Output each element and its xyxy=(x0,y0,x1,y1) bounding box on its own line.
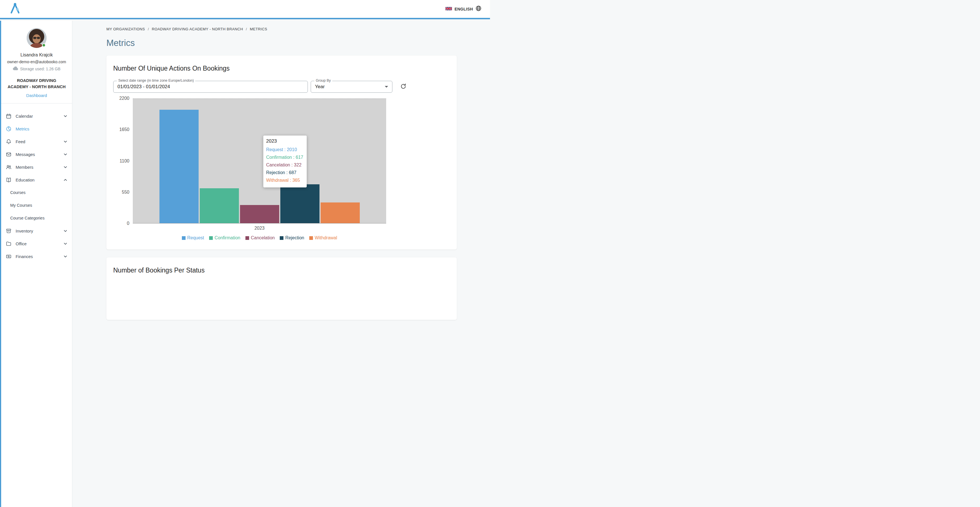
x-axis-label: 2023 xyxy=(133,226,386,231)
y-axis-tick: 1650 xyxy=(119,127,129,132)
tooltip-title: 2023 xyxy=(266,138,304,144)
box-icon xyxy=(6,228,12,234)
legend-label: Withdrawal xyxy=(315,235,337,240)
group-by-label: Group By xyxy=(314,79,332,83)
sidebar-item-office[interactable]: Office xyxy=(1,237,72,250)
sidebar-item-label: Calendar xyxy=(16,114,63,119)
sidebar-item-label: Inventory xyxy=(16,229,63,234)
sidebar-item-label: Members xyxy=(16,165,63,170)
y-axis-tick: 0 xyxy=(127,221,129,226)
avatar[interactable] xyxy=(27,28,46,48)
sidebar-subitem-course-categories[interactable]: Course Categories xyxy=(1,212,72,224)
legend-label: Confirmation xyxy=(215,235,240,240)
dashboard-link[interactable]: Dashboard xyxy=(26,93,47,98)
card-title: Number Of Unique Actions On Bookings xyxy=(113,65,450,72)
sidebar-item-label: Education xyxy=(16,178,63,182)
storage-row: Storage used: 1.26 GB xyxy=(5,66,68,71)
legend-label: Cancelation xyxy=(251,235,275,240)
book-icon xyxy=(6,177,12,183)
sidebar-item-metrics[interactable]: Metrics xyxy=(1,122,72,135)
organization-name: ROADWAY DRIVING ACADEMY - NORTH BRANCH xyxy=(6,78,67,90)
sidebar-item-feed[interactable]: Feed xyxy=(1,135,72,148)
storage-label: Storage used: 1.26 GB xyxy=(20,67,60,71)
legend-item-rejection[interactable]: Rejection xyxy=(280,235,304,240)
breadcrumb-organization[interactable]: ROADWAY DRIVING ACADEMY - NORTH BRANCH xyxy=(152,27,243,31)
folder-icon xyxy=(6,241,12,247)
cloud-icon xyxy=(13,66,18,71)
user-name: Lisandra Krajcik xyxy=(5,52,68,57)
sidebar-item-inventory[interactable]: Inventory xyxy=(1,224,72,237)
sidebar-menu: CalendarMetricsFeedMessagesMembersEducat… xyxy=(1,103,72,253)
sidebar-item-label: Feed xyxy=(16,139,63,144)
language-label: ENGLISH xyxy=(455,7,473,11)
sidebar-item-members[interactable]: Members xyxy=(1,161,72,173)
sidebar-item-label: Office xyxy=(16,241,63,246)
legend-swatch xyxy=(280,236,283,240)
chart-plot: 2023 Request : 2010Confirmation : 617Can… xyxy=(133,99,386,223)
bar-rejection[interactable] xyxy=(280,184,320,223)
chart-legend: RequestConfirmationCancelationRejectionW… xyxy=(133,235,386,240)
refresh-button[interactable] xyxy=(398,82,408,92)
breadcrumb-separator: / xyxy=(246,27,247,31)
profile-section: Lisandra Krajcik owner-demo-en@autobooko… xyxy=(1,21,72,103)
calendar-icon xyxy=(6,113,12,119)
legend-label: Request xyxy=(187,235,204,240)
legend-swatch xyxy=(182,236,186,240)
tooltip-row-request: Request : 2010 xyxy=(266,146,304,153)
page-title: Metrics xyxy=(107,38,490,48)
chart-controls: Select date range (in time zone Europe/L… xyxy=(113,81,450,93)
sidebar-item-education[interactable]: Education xyxy=(1,173,72,186)
y-axis-tick: 550 xyxy=(122,190,129,195)
main-content: MY ORGANIZATIONS / ROADWAY DRIVING ACADE… xyxy=(72,21,490,253)
language-selector[interactable]: ENGLISH xyxy=(445,5,482,13)
tooltip-rows: Request : 2010Confirmation : 617Cancelat… xyxy=(266,146,304,184)
legend-label: Rejection xyxy=(285,235,304,240)
refresh-icon xyxy=(400,83,407,91)
app-logo[interactable] xyxy=(8,2,22,16)
sidebar-item-calendar[interactable]: Calendar xyxy=(1,110,72,122)
legend-item-confirmation[interactable]: Confirmation xyxy=(209,235,240,240)
chevron-up-icon xyxy=(63,178,68,182)
y-axis-tick: 1100 xyxy=(120,159,129,164)
breadcrumb-my-organizations[interactable]: MY ORGANIZATIONS xyxy=(107,27,145,31)
pie-chart-icon xyxy=(6,126,12,132)
breadcrumb-metrics[interactable]: METRICS xyxy=(250,27,267,31)
tooltip-row-rejection: Rejection : 687 xyxy=(266,169,304,176)
legend-item-cancelation[interactable]: Cancelation xyxy=(245,235,275,240)
chevron-down-icon xyxy=(63,152,68,157)
bell-icon xyxy=(6,139,12,145)
sidebar-item-messages[interactable]: Messages xyxy=(1,148,72,161)
group-by-select[interactable]: Group By Year xyxy=(311,81,392,93)
sidebar-subitem-courses[interactable]: Courses xyxy=(1,186,72,199)
date-range-input[interactable] xyxy=(113,81,307,92)
chevron-down-icon xyxy=(63,114,68,118)
tooltip-row-withdrawal: Withdrawal : 365 xyxy=(266,176,304,184)
sidebar: Lisandra Krajcik owner-demo-en@autobooko… xyxy=(0,21,72,253)
breadcrumb-separator: / xyxy=(148,27,149,31)
legend-swatch xyxy=(309,236,313,240)
chart-tooltip: 2023 Request : 2010Confirmation : 617Can… xyxy=(263,135,307,188)
legend-item-request[interactable]: Request xyxy=(182,235,204,240)
group-by-value: Year xyxy=(315,84,325,90)
bar-chart: 0550110016502200 2023 Request : 2010Conf… xyxy=(113,99,450,240)
top-header: ENGLISH xyxy=(0,0,490,19)
date-range-label: Select date range (in time zone Europe/L… xyxy=(117,79,195,83)
sidebar-subitem-my-courses[interactable]: My Courses xyxy=(1,199,72,212)
globe-icon xyxy=(476,5,482,13)
uk-flag-icon xyxy=(445,6,452,12)
dropdown-caret-icon xyxy=(385,86,388,87)
bar-confirmation[interactable] xyxy=(200,188,239,223)
unique-actions-card: Number Of Unique Actions On Bookings Sel… xyxy=(107,56,457,250)
chevron-down-icon xyxy=(63,140,68,144)
sidebar-item-label: Messages xyxy=(16,152,63,157)
sidebar-item-finances[interactable]: Finances xyxy=(1,250,72,253)
bar-cancelation[interactable] xyxy=(240,205,279,223)
tooltip-row-confirmation: Confirmation : 617 xyxy=(266,153,304,161)
bar-request[interactable] xyxy=(159,110,199,223)
chart-y-axis: 0550110016502200 xyxy=(113,99,133,223)
chevron-down-icon xyxy=(63,229,68,233)
user-email: owner-demo-en@autobooko.com xyxy=(5,60,68,64)
legend-item-withdrawal[interactable]: Withdrawal xyxy=(309,235,337,240)
bar-withdrawal[interactable] xyxy=(321,202,360,223)
chevron-down-icon xyxy=(63,165,68,169)
